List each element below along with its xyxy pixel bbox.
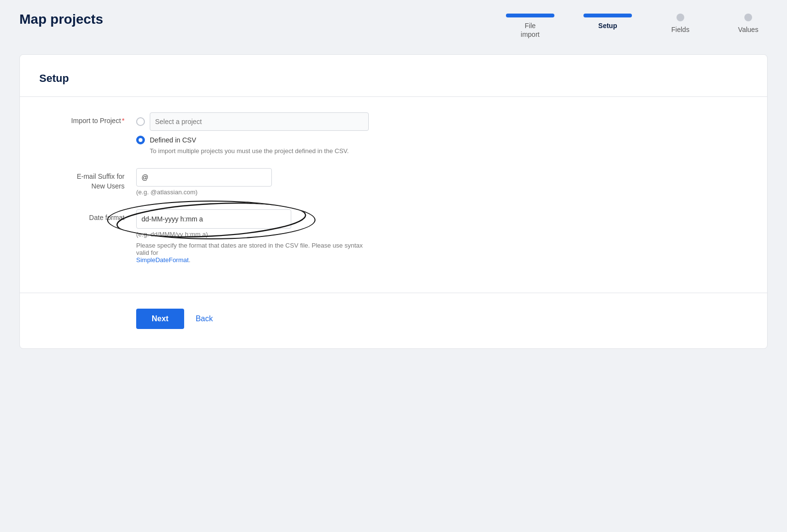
footer-actions: Next Back [39,309,748,329]
form-section: Import to Project* Defined in CSV To imp… [39,112,748,293]
card-title: Setup [39,72,748,85]
email-suffix-input[interactable] [136,168,272,187]
step-indicator-fields [677,14,684,21]
import-project-label: Import to Project* [39,112,136,126]
select-project-input[interactable] [150,112,369,131]
step-label-file-import: Fileimport [521,21,540,39]
step-values: Values [729,14,768,34]
date-format-input[interactable] [136,209,291,229]
step-label-fields: Fields [671,25,689,34]
simple-date-format-link[interactable]: SimpleDateFormat [136,256,189,264]
step-fields: Fields [661,14,700,34]
step-label-values: Values [738,25,758,34]
radio-defined-csv[interactable] [136,136,145,144]
setup-card: Setup Import to Project* Define [19,54,768,349]
page-header: Map projects Fileimport Setup Fields Val… [19,12,768,39]
step-file-import: Fileimport [506,14,554,39]
page-title: Map projects [19,12,103,27]
step-indicator-setup [583,14,632,17]
defined-csv-hint: To import multiple projects you must use… [150,147,369,155]
import-project-row: Import to Project* Defined in CSV To imp… [39,112,748,155]
import-project-control: Defined in CSV To import multiple projec… [136,112,369,155]
date-format-control: (e.g. dd/MMM/yy h:mm a) Please specify t… [136,209,369,264]
date-format-wrapper [136,209,291,229]
step-indicator-file-import [506,14,554,17]
step-setup: Setup [583,14,632,30]
email-suffix-hint: (e.g. @atlassian.com) [136,188,369,196]
next-button[interactable]: Next [136,309,184,329]
top-divider [20,96,767,97]
step-indicator-values [744,14,752,21]
date-format-label: Date format [39,209,136,223]
radio-select-project[interactable] [136,117,145,126]
defined-csv-label: Defined in CSV [150,136,196,144]
required-star: * [122,117,125,125]
step-label-setup: Setup [598,21,617,30]
date-format-hint: (e.g. dd/MMM/yy h:mm a) [136,231,369,238]
radio-defined-csv-row: Defined in CSV [136,136,369,144]
email-suffix-label: E-mail Suffix forNew Users [39,168,136,191]
date-format-description: Please specify the format that dates are… [136,242,369,264]
email-suffix-control: (e.g. @atlassian.com) [136,168,369,196]
radio-select-project-group [136,112,369,131]
date-format-row: Date format (e.g. dd/MMM/yy h:mm a) Plea… [39,209,748,264]
email-suffix-row: E-mail Suffix forNew Users (e.g. @atlass… [39,168,748,196]
back-button[interactable]: Back [192,309,217,329]
stepper: Fileimport Setup Fields Values [506,12,768,39]
footer-divider [20,293,767,293]
